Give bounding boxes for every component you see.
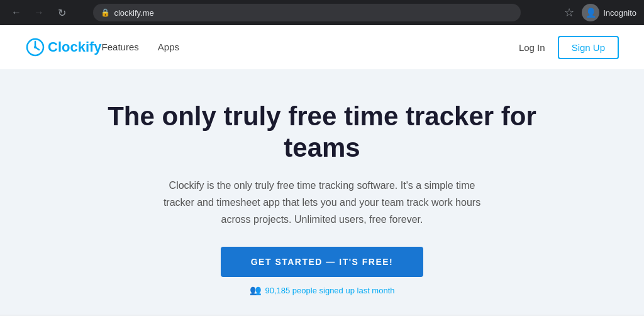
- bookmark-button[interactable]: ☆: [562, 3, 577, 22]
- hero-section: The only truly free time tracker for tea…: [0, 69, 644, 315]
- svg-point-3: [34, 46, 36, 48]
- nav-actions: Log In Sign Up: [519, 36, 619, 59]
- incognito-label: Incognito: [603, 8, 636, 18]
- hero-subtitle: Clockify is the only truly free time tra…: [158, 177, 486, 229]
- login-button[interactable]: Log In: [519, 42, 545, 53]
- cta-button[interactable]: GET STARTED — IT'S FREE!: [221, 247, 424, 277]
- hero-title: The only truly free time tracker for tea…: [96, 101, 548, 164]
- forward-button[interactable]: →: [30, 4, 48, 21]
- logo-text: Clockify: [48, 39, 102, 55]
- nav-features[interactable]: Features: [102, 42, 139, 52]
- logo[interactable]: Clockify: [25, 37, 102, 57]
- people-icon: 👥: [250, 285, 262, 296]
- browser-chrome: ← → ↻ 🔒 clockify.me ☆ 👤 Incognito: [0, 0, 644, 25]
- nav-apps[interactable]: Apps: [158, 42, 179, 52]
- lock-icon: 🔒: [101, 8, 110, 17]
- navbar: Clockify Features Apps Log In Sign Up: [0, 25, 644, 69]
- nav-links: Features Apps: [102, 42, 179, 53]
- website-container: Clockify Features Apps Log In Sign Up Th…: [0, 25, 644, 316]
- signup-button[interactable]: Sign Up: [558, 36, 619, 59]
- reload-button[interactable]: ↻: [53, 4, 70, 21]
- address-bar[interactable]: 🔒 clockify.me: [93, 4, 521, 21]
- url-text: clockify.me: [114, 8, 153, 18]
- stats-text: 90,185 people signed up last month: [265, 286, 395, 295]
- signup-stats: 👥 90,185 people signed up last month: [250, 285, 395, 296]
- incognito-area: 👤 Incognito: [582, 4, 636, 21]
- back-button[interactable]: ←: [8, 4, 25, 21]
- incognito-icon: 👤: [582, 4, 599, 21]
- logo-icon: [25, 37, 45, 57]
